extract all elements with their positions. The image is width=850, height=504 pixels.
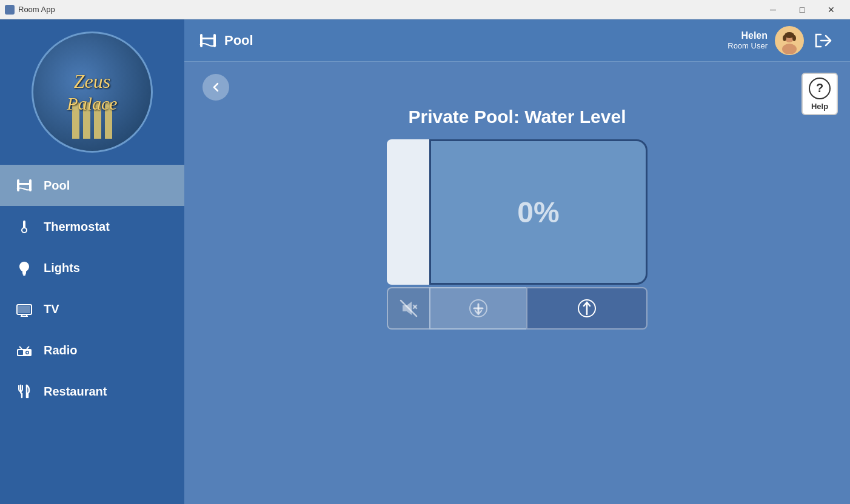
svg-rect-0 (17, 179, 19, 191)
header-right: Helen Room User (728, 26, 835, 55)
header-title: Pool (224, 33, 253, 48)
svg-point-25 (792, 35, 796, 41)
close-button[interactable]: ✕ (817, 0, 845, 19)
title-bar-left: Room App (5, 5, 55, 15)
sidebar-item-pool-label: Pool (44, 179, 70, 193)
svg-rect-14 (18, 350, 23, 355)
sidebar-item-restaurant[interactable]: Restaurant (0, 371, 184, 412)
user-name: Helen (728, 30, 768, 41)
user-role: Room User (728, 41, 768, 50)
sidebar-item-pool[interactable]: Pool (0, 165, 184, 206)
app-title: Room App (18, 5, 55, 14)
logout-button[interactable] (811, 28, 835, 53)
main-content: Pool Helen Room User (184, 19, 850, 504)
sidebar-item-lights[interactable]: Lights (0, 247, 184, 288)
logo: Zeus Palace (32, 31, 153, 153)
help-label: Help (811, 102, 828, 111)
app-icon (5, 5, 15, 15)
sidebar: Zeus Palace (0, 19, 184, 504)
pool-content: Private Pool: Water Level 0% (202, 107, 832, 492)
mute-button[interactable] (387, 287, 429, 330)
lights-icon (15, 258, 34, 277)
water-level-area: 0% (387, 139, 648, 285)
decrease-button[interactable] (429, 287, 526, 330)
minimize-button[interactable]: ─ (759, 0, 787, 19)
avatar (775, 26, 804, 55)
water-display: 0% (429, 139, 648, 285)
radio-icon (15, 340, 34, 360)
increase-button[interactable] (526, 287, 648, 330)
sidebar-item-thermostat[interactable]: Thermostat (0, 206, 184, 247)
logo-area: Zeus Palace (0, 19, 184, 159)
svg-point-16 (27, 352, 28, 354)
user-info: Helen Room User (728, 30, 768, 50)
help-button[interactable]: ? Help (801, 73, 838, 115)
logo-text-line1: Zeus (74, 70, 110, 93)
logo-text-line2: Palace (67, 93, 117, 114)
svg-rect-7 (23, 274, 25, 276)
sidebar-item-radio[interactable]: Radio (0, 330, 184, 371)
pool-icon (15, 176, 34, 195)
tv-icon (15, 299, 34, 319)
app-container: Zeus Palace (0, 19, 850, 504)
svg-point-24 (783, 35, 786, 41)
sidebar-item-radio-label: Radio (44, 343, 78, 357)
help-icon: ? (809, 78, 831, 99)
back-button[interactable] (202, 74, 229, 101)
maximize-button[interactable]: □ (788, 0, 816, 19)
header-pool-icon (199, 31, 217, 50)
level-indicator (387, 139, 429, 285)
svg-rect-2 (17, 183, 32, 185)
sidebar-item-lights-label: Lights (44, 261, 80, 275)
svg-rect-6 (22, 273, 26, 274)
content-area: Private Pool: Water Level 0% (184, 62, 850, 504)
sidebar-item-restaurant-label: Restaurant (44, 385, 107, 399)
water-percent: 0% (517, 196, 559, 229)
header-left: Pool (199, 31, 253, 50)
pool-title: Private Pool: Water Level (408, 107, 626, 127)
restaurant-icon (15, 382, 34, 401)
svg-rect-4 (23, 220, 25, 229)
sidebar-item-tv-label: TV (44, 302, 59, 316)
nav-items: Pool Thermostat (0, 165, 184, 412)
svg-rect-9 (18, 306, 30, 313)
controls-row (387, 287, 648, 330)
sidebar-item-thermostat-label: Thermostat (44, 220, 110, 234)
thermostat-icon (15, 217, 34, 236)
svg-point-5 (22, 228, 26, 232)
title-bar: Room App ─ □ ✕ (0, 0, 850, 19)
sidebar-item-tv[interactable]: TV (0, 288, 184, 330)
header: Pool Helen Room User (184, 19, 850, 62)
svg-rect-19 (200, 38, 216, 39)
title-bar-controls: ─ □ ✕ (759, 0, 845, 19)
